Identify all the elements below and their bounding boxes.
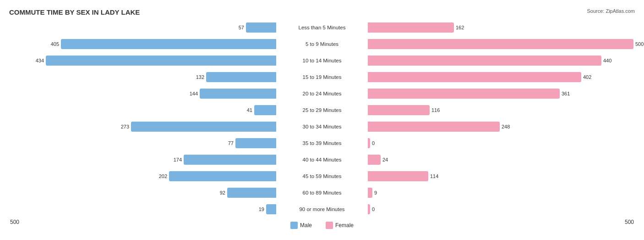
bar-label: 90 or more Minutes bbox=[276, 207, 368, 212]
bar-label: 10 to 14 Minutes bbox=[276, 58, 368, 63]
male-value: 273 bbox=[121, 124, 129, 129]
legend-female-label: Female bbox=[335, 222, 354, 229]
bar-male: 77 bbox=[235, 138, 276, 148]
bar-male: 144 bbox=[200, 89, 276, 99]
female-value: 162 bbox=[456, 25, 464, 30]
female-value: 24 bbox=[382, 157, 388, 162]
bar-row: 4055 to 9 Minutes500 bbox=[9, 36, 635, 52]
right-side: 500 bbox=[368, 36, 635, 52]
male-value: 92 bbox=[220, 190, 225, 195]
legend-female-box bbox=[326, 222, 333, 229]
male-value: 77 bbox=[228, 140, 234, 146]
bar-row: 14420 to 24 Minutes361 bbox=[9, 86, 635, 101]
footer-right: 500 bbox=[625, 219, 634, 229]
bar-male: 19 bbox=[266, 204, 276, 214]
bar-row: 27330 to 34 Minutes248 bbox=[9, 119, 635, 134]
bar-female: 500 bbox=[368, 39, 633, 49]
footer-left: 500 bbox=[10, 219, 19, 229]
bar-male: 202 bbox=[169, 171, 276, 181]
male-value: 144 bbox=[190, 91, 198, 96]
bar-female: 0 bbox=[368, 138, 370, 148]
left-side: 132 bbox=[9, 69, 276, 85]
bar-label: Less than 5 Minutes bbox=[276, 25, 368, 30]
chart-container: COMMUTE TIME BY SEX IN LADY LAKE Source:… bbox=[0, 0, 644, 240]
female-value: 440 bbox=[603, 58, 611, 63]
female-value: 500 bbox=[635, 41, 644, 47]
female-value: 116 bbox=[431, 107, 440, 113]
female-value: 9 bbox=[374, 190, 377, 195]
bar-label: 15 to 19 Minutes bbox=[276, 74, 368, 80]
bar-female: 9 bbox=[368, 188, 372, 198]
left-side: 92 bbox=[9, 185, 276, 201]
bar-male: 132 bbox=[206, 72, 276, 82]
bar-row: 9260 to 89 Minutes9 bbox=[9, 185, 635, 201]
bar-row: 7735 to 39 Minutes0 bbox=[9, 135, 635, 151]
left-side: 405 bbox=[9, 36, 276, 52]
bar-female: 402 bbox=[368, 72, 581, 82]
right-side: 9 bbox=[368, 185, 635, 201]
right-side: 162 bbox=[368, 20, 635, 35]
left-side: 19 bbox=[9, 201, 276, 217]
male-value: 41 bbox=[247, 107, 252, 113]
bar-female: 0 bbox=[368, 204, 370, 214]
right-side: 440 bbox=[368, 53, 635, 68]
bar-male: 174 bbox=[184, 155, 276, 165]
bar-male: 41 bbox=[254, 105, 276, 115]
bar-male: 405 bbox=[61, 39, 276, 49]
male-value: 174 bbox=[174, 157, 182, 162]
bar-female: 114 bbox=[368, 171, 428, 181]
legend-female: Female bbox=[326, 222, 354, 229]
left-side: 41 bbox=[9, 102, 276, 118]
male-value: 202 bbox=[159, 173, 167, 179]
chart-title: COMMUTE TIME BY SEX IN LADY LAKE bbox=[9, 8, 635, 16]
bar-male: 434 bbox=[46, 56, 276, 66]
bar-row: 13215 to 19 Minutes402 bbox=[9, 69, 635, 85]
bar-row: 57Less than 5 Minutes162 bbox=[9, 20, 635, 35]
male-value: 405 bbox=[51, 41, 59, 47]
legend: Male Female bbox=[290, 222, 354, 229]
bar-row: 4125 to 29 Minutes116 bbox=[9, 102, 635, 118]
left-side: 144 bbox=[9, 86, 276, 101]
female-value: 402 bbox=[583, 74, 591, 80]
footer-numbers: 500 Male Female 500 bbox=[9, 219, 635, 229]
bar-label: 30 to 34 Minutes bbox=[276, 124, 368, 129]
bar-row: 43410 to 14 Minutes440 bbox=[9, 53, 635, 68]
left-side: 202 bbox=[9, 168, 276, 184]
bar-row: 17440 to 44 Minutes24 bbox=[9, 152, 635, 167]
legend-male-box bbox=[290, 222, 298, 229]
left-side: 434 bbox=[9, 53, 276, 68]
right-side: 402 bbox=[368, 69, 635, 85]
left-side: 273 bbox=[9, 119, 276, 134]
male-value: 434 bbox=[36, 58, 44, 63]
bar-row: 1990 or more Minutes0 bbox=[9, 201, 635, 217]
bars-area: 57Less than 5 Minutes1624055 to 9 Minute… bbox=[9, 20, 635, 217]
female-value: 361 bbox=[562, 91, 570, 96]
bar-female: 440 bbox=[368, 56, 601, 66]
female-value: 248 bbox=[502, 124, 510, 129]
male-value: 57 bbox=[239, 25, 244, 30]
bar-label: 5 to 9 Minutes bbox=[276, 41, 368, 47]
bar-male: 273 bbox=[131, 122, 276, 132]
right-side: 361 bbox=[368, 86, 635, 101]
bar-label: 40 to 44 Minutes bbox=[276, 157, 368, 162]
right-side: 24 bbox=[368, 152, 635, 167]
bar-label: 25 to 29 Minutes bbox=[276, 107, 368, 113]
bar-label: 45 to 59 Minutes bbox=[276, 173, 368, 179]
bar-female: 361 bbox=[368, 89, 560, 99]
female-value: 0 bbox=[372, 140, 375, 146]
bar-female: 162 bbox=[368, 22, 454, 33]
bar-female: 248 bbox=[368, 122, 500, 132]
bar-label: 60 to 89 Minutes bbox=[276, 190, 368, 195]
right-side: 248 bbox=[368, 119, 635, 134]
male-value: 19 bbox=[259, 207, 264, 212]
bar-female: 24 bbox=[368, 155, 381, 165]
bar-row: 20245 to 59 Minutes114 bbox=[9, 168, 635, 184]
right-side: 116 bbox=[368, 102, 635, 118]
bar-label: 20 to 24 Minutes bbox=[276, 91, 368, 96]
male-value: 132 bbox=[196, 74, 204, 80]
legend-male-label: Male bbox=[300, 222, 312, 229]
right-side: 114 bbox=[368, 168, 635, 184]
bar-label: 35 to 39 Minutes bbox=[276, 140, 368, 146]
female-value: 0 bbox=[372, 207, 375, 212]
legend-male: Male bbox=[290, 222, 312, 229]
